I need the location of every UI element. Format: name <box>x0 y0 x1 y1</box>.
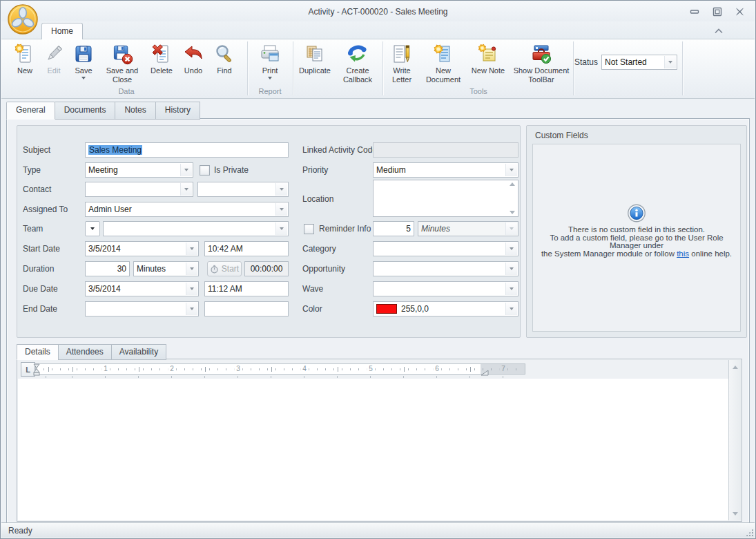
write-letter-icon <box>391 43 413 65</box>
contact-secondary-select[interactable] <box>197 182 289 197</box>
write-letter-button[interactable]: Write Letter <box>384 41 420 86</box>
online-help-link[interactable]: this <box>677 249 689 258</box>
chevron-down-icon[interactable] <box>186 283 197 295</box>
chevron-down-icon[interactable] <box>180 164 192 176</box>
group-label-tools: Tools <box>384 87 573 95</box>
app-logo-icon[interactable] <box>7 3 39 35</box>
reminder-unit-select: Minutes <box>418 221 518 236</box>
custom-fields-line3-post: online help. <box>689 249 732 258</box>
new-button[interactable]: New <box>10 41 40 86</box>
ribbon-separator <box>293 41 293 95</box>
category-select[interactable] <box>373 241 518 256</box>
ruler-mark: 2 <box>168 365 176 372</box>
duplicate-button[interactable]: Duplicate <box>294 41 336 86</box>
is-private-checkbox[interactable] <box>200 165 210 176</box>
save-and-close-button[interactable]: Save and Close <box>99 41 145 86</box>
delete-button[interactable]: Delete <box>145 41 178 86</box>
create-callback-button[interactable]: Create Callback <box>336 41 380 86</box>
chevron-down-icon[interactable] <box>275 203 287 216</box>
priority-select[interactable]: Medium <box>373 162 518 178</box>
assigned-to-value: Admin User <box>88 205 132 214</box>
toolbox-icon <box>530 43 552 65</box>
maximize-button[interactable] <box>712 7 722 16</box>
new-note-button[interactable]: New Note <box>467 41 510 86</box>
undo-button[interactable]: Undo <box>178 41 209 86</box>
type-label: Type <box>23 165 41 175</box>
minimize-button[interactable] <box>689 7 699 16</box>
reminder-value: 5 <box>406 224 411 234</box>
color-select[interactable]: 255,0,0 <box>373 301 518 316</box>
ruler-subticks <box>35 376 525 378</box>
end-date-picker[interactable] <box>85 301 199 316</box>
ruler-mark: 6 <box>433 365 441 372</box>
collapse-ribbon-button[interactable] <box>714 27 724 34</box>
due-time-input[interactable]: 11:12 AM <box>204 281 289 296</box>
tab-documents[interactable]: Documents <box>55 102 115 120</box>
resize-grip[interactable] <box>746 529 753 536</box>
location-textarea[interactable] <box>373 180 518 217</box>
scroll-up-button[interactable] <box>730 361 740 372</box>
opportunity-select[interactable] <box>373 261 518 276</box>
close-button[interactable] <box>735 7 745 16</box>
print-button[interactable]: Print <box>251 41 289 86</box>
minimize-icon <box>690 7 699 17</box>
ribbon-tab-row: Home <box>1 21 755 39</box>
tab-attendees[interactable]: Attendees <box>58 344 111 360</box>
ruler-mark: 5 <box>367 365 375 372</box>
duration-unit-select[interactable]: Minutes <box>133 261 199 276</box>
reminder-checkbox[interactable] <box>304 224 314 234</box>
chevron-down-icon[interactable] <box>664 56 676 68</box>
chevron-down-icon[interactable] <box>186 263 197 275</box>
type-select[interactable]: Meeting <box>85 162 193 178</box>
ribbon-tab-home[interactable]: Home <box>41 23 83 39</box>
chevron-down-icon[interactable] <box>505 283 517 295</box>
print-dropdown-caret[interactable] <box>268 77 272 79</box>
assigned-to-select[interactable]: Admin User <box>85 202 289 217</box>
start-time-input[interactable]: 10:42 AM <box>204 241 289 256</box>
tab-availability[interactable]: Availability <box>111 344 166 360</box>
location-scrollbar[interactable] <box>507 182 516 214</box>
chevron-down-icon[interactable] <box>180 183 192 196</box>
save-dropdown-caret[interactable] <box>81 77 86 79</box>
status-bar: Ready <box>1 522 755 538</box>
reminder-value-input[interactable]: 5 <box>373 221 414 236</box>
tab-notes[interactable]: Notes <box>115 102 155 120</box>
chevron-down-icon[interactable] <box>275 183 287 196</box>
chevron-down-icon[interactable] <box>186 243 197 255</box>
details-text-area[interactable] <box>18 379 728 520</box>
edit-button: Edit <box>40 41 68 86</box>
chevron-down-icon[interactable] <box>505 263 517 275</box>
start-date-picker[interactable]: 3/5/2014 <box>85 241 199 256</box>
chevron-down-icon[interactable] <box>505 303 517 315</box>
scroll-down-button[interactable] <box>730 508 740 519</box>
due-date-picker[interactable]: 3/5/2014 <box>85 281 199 296</box>
subject-label: Subject <box>23 145 50 155</box>
show-document-toolbar-button[interactable]: Show Document ToolBar <box>510 41 573 86</box>
chevron-down-icon[interactable] <box>505 164 517 176</box>
duration-input[interactable]: 30 <box>85 261 130 276</box>
end-time-input[interactable] <box>204 301 289 316</box>
find-button[interactable]: Find <box>209 41 240 86</box>
delete-icon <box>151 43 173 65</box>
undo-arrow-icon <box>182 43 204 65</box>
window-title: Activity - ACT-000020 - Sales Meeting <box>1 7 755 17</box>
chevron-down-icon[interactable] <box>186 303 197 315</box>
tab-history[interactable]: History <box>155 102 200 120</box>
chevron-down-icon[interactable] <box>505 243 517 255</box>
timer-display: 00:00:00 <box>244 261 289 276</box>
tab-details[interactable]: Details <box>17 344 58 360</box>
status-select[interactable]: Not Started <box>601 55 677 70</box>
chevron-down-icon[interactable] <box>275 223 287 235</box>
wave-select[interactable] <box>373 281 518 296</box>
team-select[interactable] <box>103 221 289 236</box>
contact-select[interactable] <box>85 182 193 197</box>
tab-general[interactable]: General <box>6 102 55 120</box>
new-document-button[interactable]: New Document <box>420 41 467 86</box>
details-vertical-scrollbar[interactable] <box>728 360 741 520</box>
save-button[interactable]: Save <box>68 41 99 86</box>
ribbon-group-report: Print Report <box>249 41 291 96</box>
team-dropdown-button[interactable] <box>85 221 100 236</box>
subject-input[interactable]: Sales Meeting <box>85 142 289 158</box>
start-date-value: 3/5/2014 <box>88 244 121 254</box>
ruler[interactable]: 1 2 3 4 5 6 7 <box>35 363 525 375</box>
